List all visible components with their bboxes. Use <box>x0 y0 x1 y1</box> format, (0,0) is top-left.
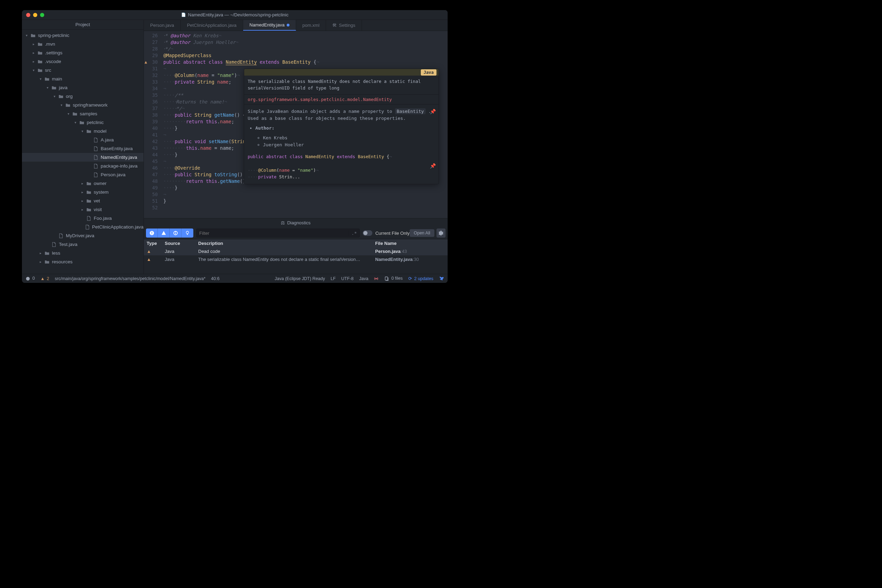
tree-item-label: less <box>52 250 60 256</box>
tree-item[interactable]: ▸ system <box>22 188 144 196</box>
tree-item[interactable]: ▾ org <box>22 92 144 100</box>
diagnostic-row[interactable]: ▲ Java The serializable class NamedEntit… <box>144 255 448 263</box>
tree-item-label: BaseEntity.java <box>100 146 133 151</box>
tree-item-label: system <box>94 189 109 195</box>
tree-item[interactable]: A.java <box>22 135 144 144</box>
hint-filter-button[interactable] <box>182 228 194 238</box>
warning-filter-button[interactable] <box>158 228 170 238</box>
col-desc[interactable]: Description <box>198 241 375 246</box>
minimize-window-button[interactable] <box>33 13 37 17</box>
folder-icon <box>37 59 43 64</box>
broadcast-icon[interactable] <box>374 276 379 281</box>
error-filter-button[interactable] <box>146 228 158 238</box>
tree-item[interactable]: ▾ model <box>22 127 144 135</box>
tree-item[interactable]: ▾ spring-petclinic <box>22 31 144 40</box>
caret-icon: ▸ <box>39 260 42 264</box>
lsp-status[interactable]: Java (Eclipse JDT) Ready <box>275 276 326 281</box>
updates-status[interactable]: ⟳ 2 updates <box>408 276 434 281</box>
tab-label: PetClinicApplication.java <box>187 22 237 28</box>
author-label: Author: <box>255 125 274 130</box>
folder-icon <box>72 111 78 116</box>
file-icon <box>86 216 92 221</box>
eol-indicator[interactable]: LF <box>331 276 336 281</box>
caret-icon: ▸ <box>32 51 35 55</box>
severity-filters <box>146 228 194 238</box>
caret-icon: ▾ <box>39 77 42 81</box>
tree-item[interactable]: ▾ main <box>22 75 144 83</box>
pin-icon[interactable]: 📌 <box>430 108 436 116</box>
tree-item[interactable]: ▾ springframework <box>22 100 144 110</box>
tree-item[interactable]: ▸ owner <box>22 179 144 188</box>
tree-item-label: owner <box>94 181 106 186</box>
diagnostic-row[interactable]: ▲ Java Dead code Person.java:43 <box>144 248 448 255</box>
tree-item[interactable]: package-info.java <box>22 162 144 170</box>
tree-item[interactable]: ▸ .vscode <box>22 57 144 66</box>
squirrel-icon[interactable] <box>439 276 444 281</box>
tree-item-label: visit <box>94 207 102 212</box>
tree-item[interactable]: Foo.java <box>22 214 144 223</box>
tree-item[interactable]: BaseEntity.java <box>22 144 144 153</box>
file-icon <box>85 225 90 230</box>
tree-item[interactable]: NamedEntity.java <box>22 153 144 162</box>
open-all-button[interactable]: Open All <box>410 229 434 237</box>
titlebar: 📄 NamedEntity.java — ~/Dev/demos/spring-… <box>22 10 448 20</box>
warning-count[interactable]: ▲ 2 <box>40 276 49 281</box>
tree-item[interactable]: ▾ samples <box>22 110 144 118</box>
file-tree[interactable]: ▾ spring-petclinic▸ .mvn▸ .settings▸ .vs… <box>22 30 144 274</box>
tree-item[interactable]: ▸ vet <box>22 196 144 205</box>
file-icon <box>93 155 99 160</box>
error-count[interactable]: 0 <box>26 276 35 281</box>
wrench-icon: 🛠 <box>332 22 337 28</box>
col-source[interactable]: Source <box>165 241 198 246</box>
tree-item[interactable]: Test.java <box>22 240 144 249</box>
hover-code-preview: 📌 public abstract class NamedEntity exte… <box>244 152 438 184</box>
tree-item[interactable]: MyDriver.java <box>22 231 144 240</box>
encoding-indicator[interactable]: UTF-8 <box>341 276 354 281</box>
tree-item[interactable]: ▸ less <box>22 249 144 257</box>
folder-icon <box>79 120 85 125</box>
tree-item[interactable]: PetClinicApplication.java <box>22 223 144 231</box>
tree-item[interactable]: Person.java <box>22 170 144 179</box>
hover-header: Java <box>244 69 438 76</box>
code-editor[interactable]: 2627282930▲31323334353637383940414243444… <box>144 31 448 218</box>
maximize-window-button[interactable] <box>40 13 44 17</box>
pin-icon[interactable]: 📌 <box>430 162 436 170</box>
editor-tab[interactable]: PetClinicApplication.java <box>181 20 243 31</box>
tree-item-label: Foo.java <box>94 216 112 221</box>
tree-item[interactable]: ▸ visit <box>22 205 144 214</box>
editor-tab[interactable]: pom.xml <box>296 20 326 31</box>
filter-input[interactable] <box>196 231 348 236</box>
settings-button[interactable] <box>436 228 446 238</box>
tree-item-label: resources <box>52 259 72 264</box>
caret-icon: ▾ <box>60 103 63 107</box>
caret-icon: ▾ <box>46 86 49 90</box>
files-status[interactable]: 0 files <box>384 276 403 281</box>
tree-item[interactable]: ▸ .mvn <box>22 40 144 48</box>
col-type[interactable]: Type <box>147 241 165 246</box>
tree-item-label: MyDriver.java <box>66 233 94 238</box>
tree-item[interactable]: ▾ src <box>22 66 144 75</box>
language-indicator[interactable]: Java <box>359 276 368 281</box>
tab-label: pom.xml <box>302 22 320 28</box>
folder-icon <box>51 86 57 90</box>
diagnostics-filter: .* <box>196 228 360 238</box>
cursor-position[interactable]: 40:6 <box>211 276 219 281</box>
hover-description: 📌 Simple JavaBean domain object adds a n… <box>244 105 438 152</box>
tree-item[interactable]: ▾ java <box>22 83 144 92</box>
regex-toggle[interactable]: .* <box>348 231 360 236</box>
tree-item-label: spring-petclinic <box>38 33 69 38</box>
file-icon <box>93 172 99 177</box>
warning-icon[interactable]: ▲ <box>144 59 147 66</box>
file-path[interactable]: src/main/java/org/springframework/sample… <box>55 276 206 281</box>
editor-tab[interactable]: NamedEntity.java <box>243 20 296 31</box>
tree-item[interactable]: ▾ petclinic <box>22 118 144 127</box>
current-file-toggle[interactable] <box>363 230 372 236</box>
tree-item[interactable]: ▸ resources <box>22 257 144 266</box>
tree-item-label: Person.java <box>100 172 125 177</box>
editor-tab[interactable]: 🛠Settings <box>326 20 362 31</box>
tree-item[interactable]: ▸ .settings <box>22 48 144 57</box>
editor-tab[interactable]: Person.java <box>144 20 181 31</box>
info-filter-button[interactable] <box>170 228 182 238</box>
col-file[interactable]: File Name <box>375 241 445 246</box>
close-window-button[interactable] <box>26 13 30 17</box>
